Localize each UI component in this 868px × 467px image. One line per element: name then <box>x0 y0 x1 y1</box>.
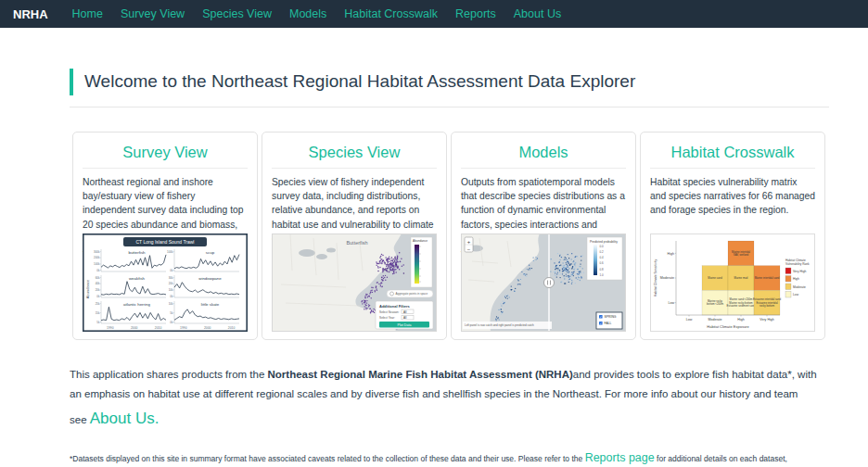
svg-text:1.0: 1.0 <box>600 273 604 277</box>
svg-text:20k: 20k <box>96 287 100 291</box>
card-species-title: Species View <box>272 140 437 169</box>
species-legend: Abundance <box>411 237 432 287</box>
svg-text:0.0: 0.0 <box>600 244 604 247</box>
year-filter-label: Select Year: <box>379 316 395 320</box>
nav-reports[interactable]: Reports <box>455 7 496 20</box>
nav-survey-view[interactable]: Survey View <box>121 7 185 20</box>
survey-chart-title: CT Long Island Sound Trawl <box>135 239 194 245</box>
card-crosswalk-title: Habitat Crosswalk <box>650 140 815 169</box>
top-navbar: NRHA Home Survey View Species View Model… <box>0 0 868 28</box>
page-title: Welcome to the Northeast Regional Habita… <box>70 69 829 95</box>
brand-nrha[interactable]: NRHA <box>13 7 48 21</box>
card-crosswalk-description: Habitat species vulnerability matrix and… <box>650 175 815 218</box>
aggregate-toggle-label: Aggregate points in space <box>396 292 428 296</box>
reports-page-link[interactable]: Reports page <box>585 451 655 464</box>
card-models-title: Models <box>461 140 626 169</box>
svg-text:0k: 0k <box>96 268 100 271</box>
card-habitat-crosswalk: Habitat Crosswalk Habitat species vulner… <box>640 132 825 340</box>
card-species-view: Species View Species view of fishery ind… <box>262 132 447 340</box>
svg-text:40k: 40k <box>96 282 100 285</box>
plot-data-button-label: Plot Data <box>398 322 412 326</box>
svg-text:Low: Low <box>686 318 693 322</box>
filters-title: Additional Filters <box>379 303 410 308</box>
check-icon: ✓ <box>600 315 603 319</box>
svg-text:Low: Low <box>668 300 674 304</box>
svg-text:100k: 100k <box>94 261 100 265</box>
svg-text:25k: 25k <box>96 301 100 305</box>
svg-text:windowpane: windowpane <box>198 275 222 280</box>
svg-text:200k: 200k <box>94 256 100 259</box>
svg-text:5k: 5k <box>96 320 100 323</box>
svg-text:scup: scup <box>206 249 215 254</box>
card-survey-title: Survey View <box>83 140 248 169</box>
svg-text:0.4: 0.4 <box>600 256 604 259</box>
svg-text:2000: 2000 <box>131 325 138 329</box>
swipe-handle <box>544 277 555 287</box>
svg-text:Marine sand <200mMarine rocky: Marine sand <200mMarine rocky bottomEstu… <box>727 297 756 308</box>
zoom-in-icon: + <box>467 238 471 244</box>
models-legend-title: Predicted probability <box>590 239 618 243</box>
aggregate-toggle-button: Aggregate points in space <box>387 290 433 297</box>
svg-text:Very High: Very High <box>760 318 774 322</box>
svg-text:10k: 10k <box>169 287 173 291</box>
season-filter-label: Select Season: <box>379 309 400 313</box>
svg-text:5k: 5k <box>170 310 173 314</box>
svg-text:0k: 0k <box>96 294 100 297</box>
species-filters-panel: Additional Filters Select Season: All Se… <box>376 301 433 329</box>
svg-text:little skate: little skate <box>201 301 220 306</box>
svg-text:60k: 60k <box>96 275 100 279</box>
svg-text:100k: 100k <box>167 249 173 253</box>
svg-text:Moderate: Moderate <box>708 318 721 322</box>
svg-text:Moderate: Moderate <box>793 284 806 288</box>
svg-text:300k: 300k <box>94 249 100 253</box>
svg-text:0k: 0k <box>170 294 173 297</box>
svg-text:1990: 1990 <box>180 325 187 329</box>
svg-text:0.8: 0.8 <box>600 267 604 271</box>
footnote-text-1: *Datasets displayed on this site in summ… <box>70 454 585 463</box>
svg-text:1990: 1990 <box>107 325 114 329</box>
footnote-paragraph: *Datasets displayed on this site in summ… <box>70 448 817 467</box>
svg-text:Marine mud: Marine mud <box>734 276 748 280</box>
svg-text:weakfish: weakfish <box>129 275 146 280</box>
svg-text:20k: 20k <box>169 282 173 285</box>
nav-species-view[interactable]: Species View <box>202 7 272 20</box>
models-map-thumbnail: + − Predicted probability 0.00.20.40.60.… <box>461 234 626 332</box>
species-map-title: Butterfish <box>346 240 367 246</box>
survey-thumbnail: CT Long Island Sound Trawl Abundance but… <box>83 234 248 332</box>
map-caption-text: Left panel is raw catch and right panel … <box>465 323 534 327</box>
intro-text-bold: Northeast Regional Marine Fish Habitat A… <box>268 369 573 380</box>
year-select-value: All <box>403 316 407 320</box>
svg-text:Marine intertidal sand: Marine intertidal sand <box>755 276 780 280</box>
nav-habitat-crosswalk[interactable]: Habitat Crosswalk <box>344 7 438 20</box>
svg-text:15k: 15k <box>96 310 100 314</box>
survey-y-axis-label: Abundance <box>85 279 90 298</box>
svg-text:Low: Low <box>793 293 799 297</box>
feature-cards: Survey View Northeast regional and insho… <box>72 132 868 340</box>
svg-text:butterfish: butterfish <box>128 249 146 254</box>
season-checkbox-panel: ✓ SPRING ✓ FALL <box>596 312 622 329</box>
spring-checkbox-label: SPRING <box>605 315 617 319</box>
svg-text:Very High: Very High <box>793 269 806 272</box>
svg-text:High: High <box>668 251 674 255</box>
map-zoom-control: + − <box>465 237 473 252</box>
fall-checkbox-label: FALL <box>605 322 612 325</box>
svg-text:atlantic herring: atlantic herring <box>123 301 150 306</box>
intro-text-1: This application shares products from th… <box>70 369 268 380</box>
nav-about-us[interactable]: About Us <box>514 7 561 20</box>
crosswalk-y-axis-label: Habitat Climate Sensitivity <box>654 259 657 297</box>
season-select-value: All <box>403 309 407 313</box>
species-map-thumbnail: Butterfish Abundance Aggregate points in… <box>272 234 437 332</box>
nav-models[interactable]: Models <box>289 7 326 20</box>
models-legend: Predicted probability 0.00.20.40.60.81.0 <box>587 237 622 280</box>
card-survey-view: Survey View Northeast regional and insho… <box>72 132 258 340</box>
svg-text:0k: 0k <box>170 268 173 271</box>
map-caption: Left panel is raw catch and right panel … <box>463 322 552 329</box>
svg-text:2010: 2010 <box>155 325 162 329</box>
svg-text:2010: 2010 <box>228 325 236 329</box>
about-us-link[interactable]: About Us. <box>90 410 160 427</box>
nav-home[interactable]: Home <box>72 7 103 20</box>
svg-text:Moderate: Moderate <box>660 276 674 280</box>
svg-text:High: High <box>793 277 799 281</box>
crosswalk-x-axis-label: Habitat Climate Exposure <box>707 323 749 328</box>
svg-text:Marine rockybottom <200m: Marine rockybottom <200m <box>707 298 724 306</box>
